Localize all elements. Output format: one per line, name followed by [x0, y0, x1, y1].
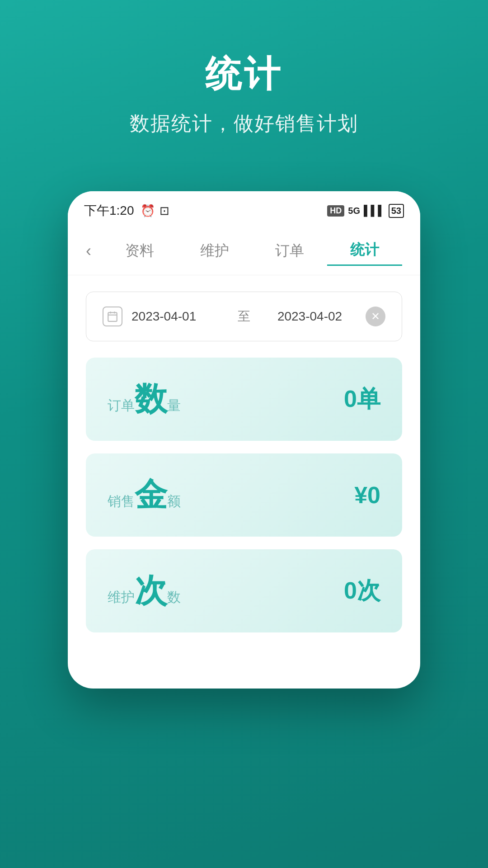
page-title-section: 统计 数据统计，做好销售计划 — [130, 54, 358, 137]
maint-label-suffix: 数 — [167, 588, 181, 607]
battery-icon: 53 — [389, 204, 404, 218]
page-title: 统计 — [130, 54, 358, 94]
maint-label-prefix: 维护 — [108, 588, 135, 607]
stats-card-maintenance: 维护次数 0次 — [86, 549, 402, 632]
status-icons-right: HD 5G ▌▌▌ 53 — [327, 204, 404, 218]
status-time: 下午1:20 — [84, 202, 134, 219]
status-icons-left: ⏰ ⊡ — [141, 204, 169, 218]
tab-tongji[interactable]: 统计 — [327, 236, 402, 266]
end-date[interactable]: 2023-04-02 — [263, 309, 357, 324]
date-range-picker[interactable]: 2023-04-01 至 2023-04-02 ✕ — [86, 292, 402, 341]
sales-value: ¥0 — [354, 481, 380, 509]
orders-label-big: 数 — [135, 377, 167, 421]
page-subtitle: 数据统计，做好销售计划 — [130, 110, 358, 137]
maintenance-label: 维护次数 — [108, 569, 181, 613]
sales-label-suffix: 额 — [167, 492, 181, 511]
start-date[interactable]: 2023-04-01 — [131, 309, 225, 324]
orders-value: 0单 — [344, 383, 380, 415]
alarm-icon: ⏰ — [141, 204, 155, 218]
stats-card-sales: 销售金额 ¥0 — [86, 453, 402, 537]
date-separator: 至 — [238, 308, 250, 325]
calendar-icon — [103, 307, 122, 326]
app-content: 2023-04-01 至 2023-04-02 ✕ 订单数量 0单 销售金额 ¥… — [68, 275, 420, 661]
clear-date-button[interactable]: ✕ — [366, 307, 385, 326]
sales-label: 销售金额 — [108, 473, 181, 517]
svg-rect-0 — [108, 312, 117, 321]
hd-badge: HD — [327, 205, 344, 217]
stats-card-orders: 订单数量 0单 — [86, 358, 402, 441]
orders-label-prefix: 订单 — [108, 396, 135, 415]
maint-label-big: 次 — [135, 569, 167, 613]
nav-tabs: ‹ 资料 维护 订单 统计 — [68, 226, 420, 275]
maintenance-value: 0次 — [344, 575, 380, 607]
close-icon: ✕ — [371, 310, 380, 323]
sales-label-prefix: 销售 — [108, 492, 135, 511]
tab-weihu[interactable]: 维护 — [177, 236, 252, 265]
back-chevron-icon: ‹ — [86, 241, 91, 260]
orders-label: 订单数量 — [108, 377, 181, 421]
status-bar: 下午1:20 ⏰ ⊡ HD 5G ▌▌▌ 53 — [68, 191, 420, 226]
nfc-icon: ⊡ — [160, 204, 169, 218]
sales-label-big: 金 — [135, 473, 167, 517]
signal-icon: ▌▌▌ — [364, 205, 385, 217]
tab-dingdan[interactable]: 订单 — [252, 236, 327, 265]
five-g-label: 5G — [348, 206, 360, 216]
orders-label-suffix: 量 — [167, 396, 181, 415]
tab-ziliao[interactable]: 资料 — [102, 236, 177, 265]
back-button[interactable]: ‹ — [86, 241, 91, 260]
phone-mockup: 下午1:20 ⏰ ⊡ HD 5G ▌▌▌ 53 ‹ 资料 维护 订单 统计 — [68, 191, 420, 689]
status-time-area: 下午1:20 ⏰ ⊡ — [84, 202, 169, 219]
